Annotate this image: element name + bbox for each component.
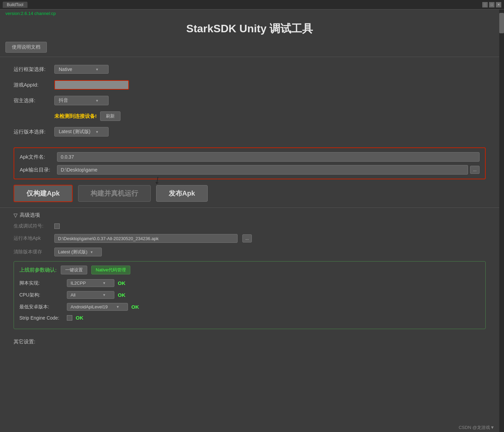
runtime-framework-value: Native [59,67,72,72]
other-settings-section: 其它设置: [0,335,499,349]
form-section: 运行框架选择: Native ▼ 游戏AppId: 宿主选择: [0,61,499,145]
other-settings-label: 其它设置: [14,339,35,344]
run-local-apk-input[interactable] [54,234,238,243]
title-tab[interactable]: BuildTool [3,2,27,8]
host-label: 宿主选择: [14,97,54,104]
main-container: version:2.6.14 channel:cp StarkSDK Unity… [0,10,504,432]
generate-symbol-label: 生成调试符号: [14,223,54,229]
cpu-arch-arrow: ▼ [102,293,106,297]
refresh-button[interactable]: 刷新 [100,111,120,121]
separator-1 [0,57,499,57]
version-dropdown[interactable]: Latest (测试版) ▼ [54,127,109,137]
scrollbar[interactable] [499,10,504,432]
device-warning-row: 未检测到连接设备! 刷新 [14,111,486,122]
host-value: 抖音 [59,97,68,104]
scrollbar-thumb[interactable] [499,13,504,33]
clear-cache-control: Latest (测试版) ▼ [54,248,102,256]
clear-cache-arrow: ▼ [90,250,93,254]
game-appid-control [54,80,486,90]
one-key-button[interactable]: 一键设置 [61,266,87,274]
game-appid-label: 游戏AppId: [14,82,54,88]
script-impl-value: IL2CPP [71,281,86,286]
runtime-framework-row: 运行框架选择: Native ▼ [14,64,486,75]
version-value: Latest (测试版) [59,129,90,135]
build-apk-button[interactable]: 仅构建Apk [14,185,73,202]
version-bar: version:2.6.14 channel:cp [0,10,499,17]
apk-outputdir-row: Apk输出目录: ... [20,165,480,175]
apk-section: Apk文件名: Apk输出目录: ... [14,147,486,179]
version-control: Latest (测试版) ▼ [54,127,486,137]
script-impl-arrow: ▼ [102,281,106,285]
apk-outputdir-input[interactable] [57,165,468,175]
publish-apk-button[interactable]: 发布Apk [156,185,208,202]
strip-engine-label: Strip Engine Code: [19,315,67,321]
script-impl-row: 脚本实现: IL2CPP ▼ OK [19,279,480,287]
run-local-apk-browse[interactable]: ... [242,234,252,242]
apk-outputdir-label: Apk输出目录: [20,167,57,173]
game-appid-row: 游戏AppId: [14,79,486,90]
doc-button[interactable]: 使用说明文档 [5,42,47,53]
script-impl-ok: OK [118,280,126,286]
min-android-dropdown[interactable]: AndroidApiLevel19 ▼ [67,303,128,311]
host-row: 宿主选择: 抖音 ▼ [14,95,486,106]
script-impl-label: 脚本实现: [19,280,67,286]
build-and-run-button[interactable]: 构建并真机运行 [78,185,151,202]
cpu-arch-row: CPU架构: All ▼ OK [19,291,480,299]
min-android-arrow: ▼ [116,305,119,309]
native-code-button[interactable]: Native代码管理 [91,266,130,274]
game-appid-input[interactable] [54,80,129,90]
apk-filename-input[interactable] [57,152,480,162]
script-impl-dropdown[interactable]: IL2CPP ▼ [67,279,114,287]
close-button[interactable]: ✕ [496,2,501,7]
runtime-framework-control: Native ▼ [54,65,486,74]
host-arrow: ▼ [95,99,99,103]
params-header: 上线前参数确认: 一键设置 Native代码管理 [19,266,480,274]
version-arrow: ▼ [95,130,99,134]
runtime-framework-dropdown[interactable]: Native ▼ [54,65,109,74]
strip-engine-checkbox[interactable] [67,315,72,321]
strip-engine-ok: OK [76,315,83,321]
menu-button[interactable]: ⋮ [482,2,488,7]
params-title: 上线前参数确认: [19,267,57,273]
title-bar-left: BuildTool [3,2,27,8]
cpu-arch-ok: OK [118,292,126,298]
apk-filename-row: Apk文件名: [20,152,480,162]
runtime-framework-label: 运行框架选择: [14,66,54,73]
run-local-apk-control: ... [54,234,252,243]
generate-symbol-checkbox[interactable] [54,223,60,229]
version-text: version:2.6.14 channel:cp [5,11,56,16]
run-local-apk-row: 运行本地Apk ... [14,234,486,243]
device-warning-control: 未检测到连接设备! 刷新 [54,111,486,121]
advanced-prefix: ▽ [14,212,18,218]
clear-cache-value: Latest (测试版) [58,249,88,255]
title-bar: BuildTool ⋮ □ ✕ [0,0,504,10]
footer-bar: CSDN @龙游戏▼ [456,423,497,432]
version-row: 运行版本选择: Latest (测试版) ▼ [14,126,486,137]
footer-text: CSDN @龙游戏▼ [459,425,494,430]
min-android-ok: OK [131,304,139,310]
generate-symbol-control [54,223,60,229]
separator-2 [0,208,499,208]
advanced-section: ▽ 高级选项 生成调试符号: 运行本地Apk ... 清除版本缓存 [0,212,499,329]
apk-filename-label: Apk文件名: [20,154,57,160]
cpu-arch-dropdown[interactable]: All ▼ [67,291,114,299]
runtime-framework-arrow: ▼ [95,68,99,71]
advanced-label: 高级选项 [20,212,40,218]
minimize-button[interactable]: □ [489,2,494,7]
clear-cache-row: 清除版本缓存 Latest (测试版) ▼ [14,248,486,256]
generate-symbol-row: 生成调试符号: [14,223,486,229]
version-label: 运行版本选择: [14,129,54,135]
browse-button[interactable]: ... [470,166,480,174]
clear-cache-label: 清除版本缓存 [14,249,54,255]
device-warning-text: 未检测到连接设备! [54,113,97,120]
page-title-text: StarkSDK Unity 调试工具 [186,22,313,35]
params-box: 上线前参数确认: 一键设置 Native代码管理 脚本实现: IL2CPP ▼ … [14,261,486,329]
host-dropdown[interactable]: 抖音 ▼ [54,96,109,105]
min-android-value: AndroidApiLevel19 [71,304,108,309]
strip-engine-row: Strip Engine Code: OK [19,315,480,321]
host-control: 抖音 ▼ [54,96,486,105]
clear-cache-dropdown[interactable]: Latest (测试版) ▼ [54,248,102,256]
advanced-header[interactable]: ▽ 高级选项 [14,212,486,218]
action-buttons-container: 仅构建Apk 构建并真机运行 发布Apk ↓ [0,185,499,208]
title-bar-controls: ⋮ □ ✕ [482,2,501,7]
